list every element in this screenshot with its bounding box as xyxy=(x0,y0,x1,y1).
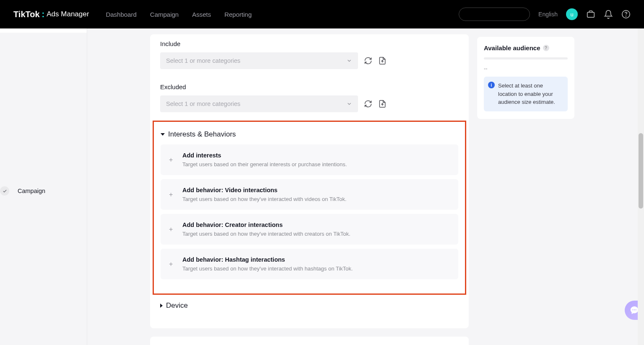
excluded-select[interactable]: Select 1 or more categories xyxy=(160,95,358,112)
logo-main: TikTok xyxy=(13,10,40,19)
chevron-down-icon xyxy=(346,101,352,107)
add-hashtag-behavior-card[interactable]: + Add behavior: Hashtag interactions Tar… xyxy=(161,249,458,279)
select-placeholder: Select 1 or more categories xyxy=(166,57,240,64)
card-title: Add behavior: Creator interactions xyxy=(182,221,450,228)
include-select[interactable]: Select 1 or more categories xyxy=(160,52,358,69)
header-left: TikTok : Ads Manager Dashboard Campaign … xyxy=(13,10,252,19)
nav-assets[interactable]: Assets xyxy=(192,11,211,18)
bell-icon[interactable] xyxy=(604,10,613,19)
card-desc: Target users based on their general inte… xyxy=(182,161,450,167)
nav-dashboard[interactable]: Dashboard xyxy=(106,11,136,18)
nav-campaign[interactable]: Campaign xyxy=(150,11,179,18)
scrollbar-thumb[interactable] xyxy=(639,133,643,209)
export-icon[interactable] xyxy=(378,100,387,108)
audience-card: Available audience ? -- i Select at leas… xyxy=(477,37,574,119)
logo-colon: : xyxy=(42,10,45,19)
svg-point-5 xyxy=(636,309,636,310)
card-desc: Target users based on how they've intera… xyxy=(182,196,450,202)
header-right: English u xyxy=(459,8,631,21)
plus-icon: + xyxy=(169,157,175,163)
briefcase-icon[interactable] xyxy=(586,10,595,19)
logo-sub: Ads Manager xyxy=(47,10,89,18)
device-header[interactable]: Device xyxy=(160,295,459,316)
card-text: Add behavior: Creator interactions Targe… xyxy=(182,221,450,237)
targeting-panel: Include Select 1 or more categories Excl… xyxy=(150,34,469,328)
device-heading: Device xyxy=(166,301,188,310)
scrollbar[interactable] xyxy=(638,28,644,345)
sidebar: Campaign 2 Ad group Settings Promotion t… xyxy=(0,28,87,345)
info-text: Select at least one location to enable y… xyxy=(498,82,555,105)
budget-panel: Budget & Schedule xyxy=(150,337,469,345)
select-placeholder: Select 1 or more categories xyxy=(166,100,240,107)
info-icon: i xyxy=(488,82,495,88)
language-selector[interactable]: English xyxy=(538,11,558,18)
plus-icon: + xyxy=(169,226,175,233)
audience-bar xyxy=(484,57,568,59)
add-video-behavior-card[interactable]: + Add behavior: Video interactions Targe… xyxy=(161,179,458,210)
logo[interactable]: TikTok : Ads Manager xyxy=(13,10,89,19)
audience-title: Available audience xyxy=(484,44,540,51)
check-icon xyxy=(0,186,9,196)
budget-title: Budget & Schedule xyxy=(160,337,459,345)
triangle-right-icon xyxy=(160,304,163,308)
triangle-down-icon xyxy=(161,133,165,136)
plus-icon: + xyxy=(169,191,175,198)
chevron-down-icon xyxy=(346,58,352,64)
excluded-row: Select 1 or more categories xyxy=(160,95,459,112)
interests-highlight-zone: Interests & Behaviors + Add interests Ta… xyxy=(153,121,466,295)
refresh-icon[interactable] xyxy=(364,57,372,65)
top-nav: Dashboard Campaign Assets Reporting xyxy=(106,11,252,18)
plus-icon: + xyxy=(169,261,175,268)
audience-title-row: Available audience ? xyxy=(484,44,568,51)
export-icon[interactable] xyxy=(378,57,387,65)
add-creator-behavior-card[interactable]: + Add behavior: Creator interactions Tar… xyxy=(161,214,458,245)
app-header: TikTok : Ads Manager Dashboard Campaign … xyxy=(0,0,644,28)
nav-reporting[interactable]: Reporting xyxy=(224,11,252,18)
card-text: Add behavior: Hashtag interactions Targe… xyxy=(182,256,450,272)
search-input[interactable] xyxy=(459,8,530,21)
layout: Campaign 2 Ad group Settings Promotion t… xyxy=(0,28,644,345)
question-icon[interactable]: ? xyxy=(543,45,549,51)
card-title: Add interests xyxy=(182,152,450,159)
svg-point-3 xyxy=(632,309,633,310)
card-desc: Target users based on how they've intera… xyxy=(182,265,450,272)
include-row: Select 1 or more categories xyxy=(160,52,459,69)
card-text: Add behavior: Video interactions Target … xyxy=(182,187,450,202)
card-title: Add behavior: Hashtag interactions xyxy=(182,256,450,263)
info-box: i Select at least one location to enable… xyxy=(484,77,568,111)
svg-rect-0 xyxy=(587,12,595,17)
svg-point-4 xyxy=(634,309,635,310)
audience-value: -- xyxy=(484,63,568,77)
svg-point-2 xyxy=(626,16,626,16)
card-text: Add interests Target users based on thei… xyxy=(182,152,450,167)
help-icon[interactable] xyxy=(621,10,631,19)
avatar[interactable]: u xyxy=(566,8,578,20)
card-desc: Target users based on how they've intera… xyxy=(182,231,450,237)
main-content: Include Select 1 or more categories Excl… xyxy=(87,28,644,345)
form-content: Include Select 1 or more categories Excl… xyxy=(150,28,469,345)
add-interests-card[interactable]: + Add interests Target users based on th… xyxy=(161,144,458,175)
right-panel: Available audience ? -- i Select at leas… xyxy=(477,28,574,345)
excluded-label: Excluded xyxy=(160,77,459,90)
card-title: Add behavior: Video interactions xyxy=(182,187,450,193)
interests-heading: Interests & Behaviors xyxy=(168,130,236,139)
include-label: Include xyxy=(160,34,459,47)
refresh-icon[interactable] xyxy=(364,100,372,108)
interests-header[interactable]: Interests & Behaviors xyxy=(161,127,458,144)
sidebar-item-campaign[interactable]: Campaign xyxy=(0,33,87,345)
sidebar-label: Campaign xyxy=(18,188,45,194)
